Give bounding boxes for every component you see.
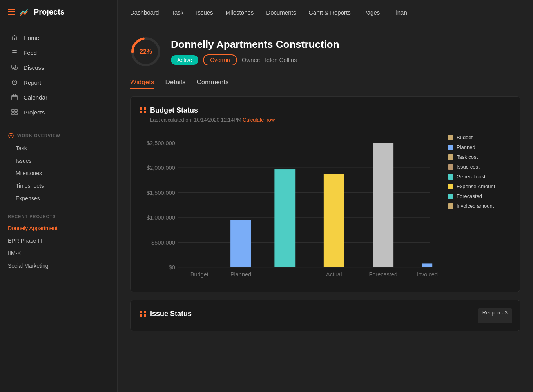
legend-swatch-budget	[448, 135, 453, 140]
tab-widgets[interactable]: Widgets	[130, 78, 154, 89]
nav-task[interactable]: Task	[171, 9, 183, 16]
nav-dashboard[interactable]: Dashboard	[130, 9, 159, 16]
legend-swatch-expense-amount	[448, 184, 453, 189]
budget-widget-subtitle: Last calculated on: 10/14/2020 12:14PM C…	[140, 117, 511, 123]
budget-chart-svg: $2,500,000 $2,000,000 $1,500,000 $1,000,…	[140, 131, 440, 281]
recent-projects-label: RECENT PROJECTS	[0, 208, 117, 222]
bar-forecasted	[373, 143, 393, 267]
bar-planned-green	[274, 169, 295, 267]
sidebar-item-projects[interactable]: Projects	[3, 105, 114, 120]
legend-invoiced-amount: Invoiced amount	[448, 203, 511, 209]
tab-comments[interactable]: Comments	[196, 78, 228, 89]
legend-swatch-invoiced-amount	[448, 203, 453, 209]
svg-text:Actual: Actual	[326, 271, 342, 278]
sidebar-item-report[interactable]: Report	[3, 75, 114, 90]
nav-finance[interactable]: Finan	[392, 9, 407, 16]
recent-project-2[interactable]: IIM-K	[0, 247, 117, 260]
legend-swatch-forecasted	[448, 194, 453, 199]
sidebar-item-feed[interactable]: Feed	[3, 45, 114, 60]
svg-rect-1	[12, 50, 17, 51]
status-badge-active: Active	[171, 55, 198, 65]
sidebar-item-report-label: Report	[24, 79, 41, 86]
sidebar-header: Projects	[0, 0, 117, 24]
svg-text:Invoiced: Invoiced	[417, 271, 438, 278]
bar-planned	[230, 220, 251, 267]
svg-text:$500,000: $500,000	[151, 240, 175, 246]
svg-text:$0: $0	[169, 264, 175, 270]
nav-documents[interactable]: Documents	[266, 9, 296, 16]
recent-project-3[interactable]: Social Marketing	[0, 260, 117, 272]
issue-widget-drag-handle[interactable]	[140, 311, 146, 317]
tab-details[interactable]: Details	[165, 78, 185, 89]
issue-widget-title: Issue Status	[150, 310, 192, 318]
reopen-badge: Reopen - 3	[478, 308, 512, 323]
sidebar-item-expenses[interactable]: Expenses	[0, 192, 117, 205]
discuss-icon	[11, 64, 18, 71]
legend-general-cost: General cost	[448, 174, 511, 180]
project-info: Donnelly Apartments Construction Active …	[171, 38, 339, 65]
svg-text:$2,500,000: $2,500,000	[147, 140, 175, 146]
sidebar: Projects Home Feed Discuss	[0, 0, 118, 392]
svg-rect-0	[14, 38, 15, 40]
legend-swatch-general-cost	[448, 174, 453, 180]
legend-expense-amount: Expense Amount	[448, 183, 511, 189]
top-navigation: Dashboard Task Issues Milestones Documen…	[118, 0, 533, 25]
sidebar-item-home[interactable]: Home	[3, 30, 114, 45]
main-content: Dashboard Task Issues Milestones Documen…	[118, 0, 533, 392]
widget-drag-handle[interactable]	[140, 107, 146, 113]
issue-status-widget: Issue Status Reopen - 3	[130, 300, 520, 331]
tabs: Widgets Details Comments	[130, 78, 520, 89]
legend-planned: Planned	[448, 144, 511, 150]
projects-icon	[11, 109, 18, 116]
legend-budget: Budget	[448, 134, 511, 140]
owner-label: Owner: Helen Collins	[242, 56, 297, 63]
sidebar-item-issues[interactable]: Issues	[0, 154, 117, 167]
calculate-now-link[interactable]: Calculate now	[243, 117, 275, 123]
budget-chart: $2,500,000 $2,000,000 $1,500,000 $1,000,…	[140, 131, 440, 282]
sidebar-item-discuss[interactable]: Discuss	[3, 60, 114, 75]
sidebar-item-discuss-label: Discuss	[24, 64, 44, 71]
project-badges: Active Overrun Owner: Helen Collins	[171, 54, 339, 65]
home-icon	[11, 34, 18, 41]
nav-milestones[interactable]: Milestones	[226, 9, 254, 16]
legend-swatch-issue-cost	[448, 164, 453, 170]
sidebar-item-timesheets[interactable]: Timesheets	[0, 180, 117, 192]
logo-icon	[19, 6, 30, 17]
recent-project-0[interactable]: Donnely Appartment	[0, 222, 117, 234]
chart-legend: Budget Planned Task cost Issue cost	[448, 131, 511, 282]
sidebar-item-feed-label: Feed	[24, 49, 37, 56]
calendar-icon	[11, 94, 18, 101]
recent-projects-section: RECENT PROJECTS Donnely Appartment EPR P…	[0, 205, 117, 275]
recent-project-1[interactable]: EPR Phase III	[0, 234, 117, 247]
svg-rect-11	[12, 109, 14, 112]
sidebar-item-calendar[interactable]: Calendar	[3, 90, 114, 105]
work-overview-label: WORK OVERVIEW	[0, 126, 117, 142]
sidebar-item-task[interactable]: Task	[0, 142, 117, 154]
legend-forecasted: Forecasted	[448, 193, 511, 199]
menu-icon[interactable]	[8, 9, 15, 15]
legend-task-cost: Task cost	[448, 154, 511, 160]
progress-label: 22%	[140, 48, 152, 55]
status-badge-overrun: Overrun	[203, 54, 237, 65]
work-overview-section: WORK OVERVIEW Task Issues Milestones Tim…	[0, 126, 117, 205]
sidebar-item-milestones[interactable]: Milestones	[0, 167, 117, 180]
nav-gantt[interactable]: Gantt & Reports	[308, 9, 351, 16]
svg-text:Forecasted: Forecasted	[369, 271, 397, 278]
nav-issues[interactable]: Issues	[196, 9, 213, 16]
sidebar-item-home-label: Home	[24, 34, 39, 41]
content-area: 22% Donnelly Apartments Construction Act…	[118, 25, 533, 392]
legend-swatch-planned	[448, 145, 453, 150]
project-title: Donnelly Apartments Construction	[171, 38, 339, 51]
nav-pages[interactable]: Pages	[363, 9, 380, 16]
svg-text:$1,000,000: $1,000,000	[147, 214, 175, 221]
svg-rect-7	[12, 95, 17, 100]
progress-ring: 22%	[130, 36, 161, 67]
svg-rect-2	[12, 52, 17, 53]
bar-actual	[324, 174, 344, 267]
legend-swatch-task-cost	[448, 154, 453, 160]
sidebar-item-projects-label: Projects	[24, 109, 45, 116]
svg-text:Budget: Budget	[190, 271, 208, 278]
project-header: 22% Donnelly Apartments Construction Act…	[130, 36, 520, 67]
report-icon	[11, 79, 18, 86]
budget-status-widget: Budget Status Last calculated on: 10/14/…	[130, 96, 520, 292]
